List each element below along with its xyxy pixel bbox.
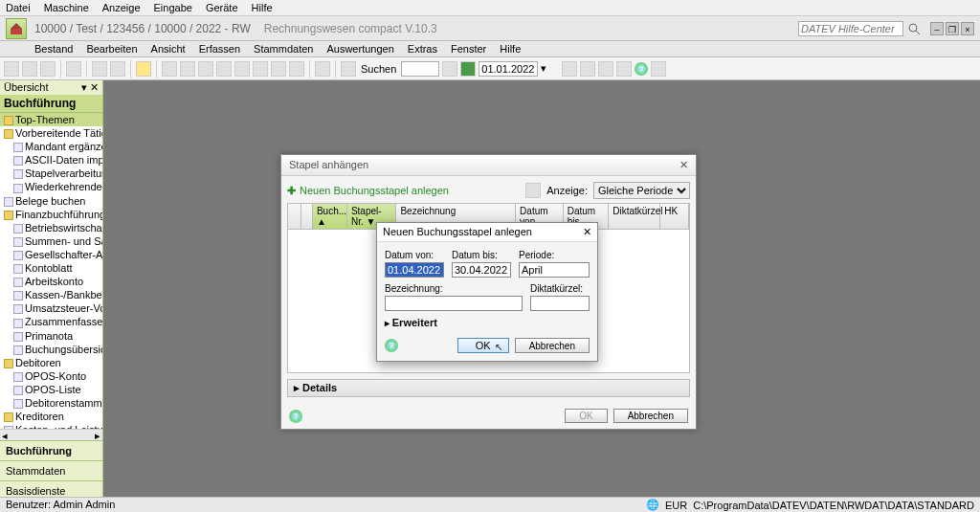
toolbar-icon[interactable] xyxy=(110,61,125,77)
bezeichnung-input[interactable] xyxy=(385,296,523,311)
tree-item[interactable]: Gesellschafter-Auswertung xyxy=(0,248,102,261)
app-menu-item[interactable]: Erfassen xyxy=(199,43,240,55)
tree-item[interactable]: Debitorenstammdaten xyxy=(0,396,102,410)
help-search-input[interactable] xyxy=(798,21,903,36)
app-menu-item[interactable]: Ansicht xyxy=(151,43,186,55)
toolbar-icon[interactable] xyxy=(289,61,304,77)
tree-item[interactable]: Finanzbuchführung auswerten xyxy=(0,208,102,221)
toolbar-icon[interactable] xyxy=(253,61,268,77)
app-menu-item[interactable]: Hilfe xyxy=(500,43,521,55)
window-close-icon[interactable]: × xyxy=(961,22,974,35)
toolbar-icon[interactable] xyxy=(651,61,666,77)
tree-item[interactable]: Kassen-/Bankbericht xyxy=(0,288,102,301)
tree-item[interactable]: Umsatzsteuer-Voranmeldung xyxy=(0,301,102,315)
play-icon[interactable] xyxy=(460,61,476,77)
window-restore-icon[interactable]: ❐ xyxy=(946,22,959,35)
app-menu-item[interactable]: Bestand xyxy=(34,43,73,55)
tree-item[interactable]: Kreditoren xyxy=(0,410,102,423)
column-header[interactable]: Buch... ▲ xyxy=(313,204,347,229)
close-icon[interactable]: ✕ xyxy=(679,159,688,171)
toolbar-icon[interactable] xyxy=(4,61,19,77)
doc-icon xyxy=(13,332,23,342)
tree-item[interactable]: Vorbereitende Tätigkeiten xyxy=(0,126,102,140)
toolbar-icon[interactable] xyxy=(162,61,177,77)
doc-icon xyxy=(13,184,23,193)
toolbar-icon[interactable] xyxy=(66,61,81,77)
app-menu-item[interactable]: Extras xyxy=(408,43,437,55)
tree-item[interactable]: Buchungsübersicht xyxy=(0,343,102,356)
details-toggle[interactable]: ▸ Details xyxy=(287,379,690,397)
sidebar-tab[interactable]: Buchführung xyxy=(0,440,102,460)
toolbar-icon[interactable] xyxy=(598,61,613,77)
help-icon[interactable]: ? xyxy=(385,339,398,352)
column-header[interactable] xyxy=(288,204,301,229)
tree-item[interactable]: ASCII-Daten importieren xyxy=(0,153,102,167)
tree-item[interactable]: Mandant ergänzen xyxy=(0,140,102,153)
datum-bis-input[interactable] xyxy=(452,262,511,278)
tree-item[interactable]: Arbeitskonto xyxy=(0,275,102,288)
os-menu-item[interactable]: Geräte xyxy=(206,2,238,13)
ok-button[interactable]: OK↖ xyxy=(457,338,509,353)
erweitert-toggle[interactable]: ▸ Erweitert xyxy=(385,317,590,328)
toolbar-icon[interactable] xyxy=(442,61,457,77)
tree-scroll[interactable]: ◂▸ xyxy=(0,429,102,440)
app-menu-item[interactable]: Fenster xyxy=(451,43,486,55)
toolbar-icon[interactable] xyxy=(216,61,232,77)
app-menu-item[interactable]: Stammdaten xyxy=(254,43,313,55)
tree-item[interactable]: Top-Themen xyxy=(0,113,102,126)
tree-item[interactable]: Belege buchen xyxy=(0,194,102,208)
os-menu-item[interactable]: Maschine xyxy=(44,2,89,13)
toolbar-icon[interactable] xyxy=(271,61,286,77)
os-menu-item[interactable]: Datei xyxy=(6,2,31,13)
tree-item[interactable]: Betriebswirtschaftliche Aus... xyxy=(0,221,102,234)
column-header[interactable]: Diktatkürzel xyxy=(609,204,660,229)
toolbar-date-input[interactable] xyxy=(479,61,538,77)
tree-item[interactable]: Zusammenfassende Meldung xyxy=(0,315,102,328)
toolbar-icon[interactable] xyxy=(341,61,356,77)
dropdown-icon[interactable]: ▾ xyxy=(541,62,546,75)
tree-item[interactable]: Primanota xyxy=(0,329,102,343)
tree-item[interactable]: Debitoren xyxy=(0,356,102,369)
help-icon[interactable]: ? xyxy=(289,410,302,423)
search-icon[interactable] xyxy=(907,22,921,35)
os-menu-item[interactable]: Anzeige xyxy=(102,2,141,13)
os-menu-item[interactable]: Hilfe xyxy=(252,2,273,13)
new-stack-link[interactable]: ✚ Neuen Buchungsstapel anlegen xyxy=(287,185,449,197)
toolbar-icon[interactable] xyxy=(234,61,250,77)
toolbar-icon[interactable] xyxy=(22,61,37,77)
toolbar-icon[interactable] xyxy=(315,61,330,77)
tree-item[interactable]: OPOS-Liste xyxy=(0,383,102,396)
cancel-button[interactable]: Abbrechen xyxy=(515,338,590,353)
tree-item[interactable]: Stapelverarbeitung xyxy=(0,167,102,180)
periode-input[interactable] xyxy=(519,262,590,278)
toolbar-icon[interactable] xyxy=(580,61,595,77)
column-header[interactable] xyxy=(301,204,313,229)
app-menu-item[interactable]: Bearbeiten xyxy=(86,43,137,55)
sidebar-pin-icon[interactable]: ▾ ✕ xyxy=(81,81,99,94)
close-icon[interactable]: ✕ xyxy=(583,226,591,238)
toolbar-icon[interactable] xyxy=(92,61,107,77)
tree-item[interactable]: Summen- und Saldenliste xyxy=(0,234,102,248)
toolbar-icon[interactable] xyxy=(136,61,151,77)
toolbar-icon[interactable] xyxy=(180,61,195,77)
tree-item[interactable]: Wiederkehrende Buchunge... xyxy=(0,180,102,193)
diktatkurzel-input[interactable] xyxy=(530,296,590,311)
toolbar-search-input[interactable] xyxy=(401,61,439,77)
os-menu-item[interactable]: Eingabe xyxy=(154,2,192,13)
toolbar-icon[interactable] xyxy=(40,61,56,77)
ok-button[interactable]: OK xyxy=(565,409,607,423)
grid-icon[interactable] xyxy=(525,183,541,198)
tree-item[interactable]: OPOS-Konto xyxy=(0,369,102,383)
toolbar-icon[interactable] xyxy=(616,61,632,77)
sidebar-tab[interactable]: Stammdaten xyxy=(0,460,102,480)
column-header[interactable]: HK xyxy=(660,204,689,229)
anzeige-select[interactable]: Gleiche Periode xyxy=(593,182,690,199)
cancel-button[interactable]: Abbrechen xyxy=(613,409,688,423)
datum-von-input[interactable] xyxy=(385,262,444,278)
app-menu-item[interactable]: Auswertungen xyxy=(326,43,393,55)
toolbar-icon[interactable] xyxy=(198,61,213,77)
window-minimize-icon[interactable]: – xyxy=(930,22,944,35)
toolbar-icon[interactable] xyxy=(562,61,577,77)
tree-item[interactable]: Kontoblatt xyxy=(0,261,102,275)
help-icon[interactable]: ? xyxy=(635,62,648,76)
